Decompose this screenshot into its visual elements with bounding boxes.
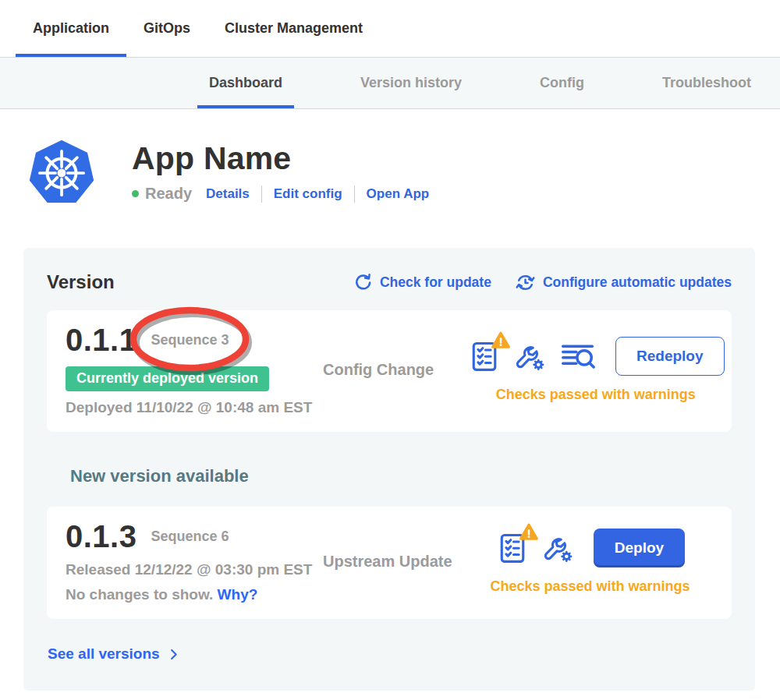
details-link[interactable]: Details <box>206 186 250 202</box>
see-all-versions-label: See all versions <box>48 645 160 663</box>
chevron-right-icon <box>166 647 181 662</box>
secondary-nav: Dashboard Version history Config Trouble… <box>0 58 780 109</box>
deployed-timestamp: Deployed 11/10/22 @ 10:48 am EST <box>66 399 323 416</box>
deploy-button[interactable]: Deploy <box>594 529 685 567</box>
new-version-number: 0.1.3 <box>66 519 136 554</box>
configure-automatic-updates-label: Configure automatic updates <box>543 274 732 291</box>
new-change-type: Upstream Update <box>323 553 467 571</box>
released-timestamp: Released 12/12/22 @ 03:30 pm EST <box>66 561 323 578</box>
kubernetes-logo-icon <box>27 139 96 207</box>
check-for-update-button[interactable]: Check for update <box>353 273 491 292</box>
edit-config-wrench-icon[interactable] <box>514 340 547 373</box>
status-dot-icon <box>132 190 139 197</box>
divider <box>354 186 355 203</box>
current-version-number: 0.1.1 <box>66 323 136 358</box>
status-badge: Ready <box>145 185 192 203</box>
warning-triangle-icon <box>491 331 511 351</box>
tab-version-history[interactable]: Version history <box>349 58 473 108</box>
open-app-link[interactable]: Open App <box>367 186 430 202</box>
current-checks-status[interactable]: Checks passed with warnings <box>496 387 696 403</box>
configure-automatic-updates-button[interactable]: Configure automatic updates <box>515 272 732 293</box>
page-title: App Name <box>132 140 429 177</box>
preflight-checks-icon[interactable] <box>467 339 502 373</box>
preflight-checks-icon[interactable] <box>495 531 530 565</box>
no-changes-text: No changes to show. <box>66 586 213 603</box>
version-section-title: Version <box>47 271 115 293</box>
current-change-type: Config Change <box>323 361 467 379</box>
see-all-versions-link[interactable]: See all versions <box>48 645 181 663</box>
version-panel: Version Check for update <box>23 248 755 691</box>
tab-troubleshoot[interactable]: Troubleshoot <box>651 58 763 108</box>
edit-config-wrench-icon[interactable] <box>542 532 575 564</box>
current-version-card: 0.1.1 Sequence 3 Currently deployed vers… <box>47 310 732 432</box>
tab-cluster-management[interactable]: Cluster Management <box>207 0 380 57</box>
currently-deployed-badge: Currently deployed version <box>66 366 269 391</box>
scheduled-update-icon <box>515 272 536 293</box>
tab-gitops[interactable]: GitOps <box>126 0 207 57</box>
refresh-icon <box>353 273 373 292</box>
new-checks-status[interactable]: Checks passed with warnings <box>490 578 690 595</box>
check-for-update-label: Check for update <box>380 274 491 291</box>
current-sequence-label: Sequence 3 <box>151 332 229 348</box>
warning-triangle-icon <box>519 522 539 543</box>
primary-nav: Application GitOps Cluster Management <box>0 0 780 58</box>
new-version-card: 0.1.3 Sequence 6 Released 12/12/22 @ 03:… <box>47 507 732 619</box>
new-version-heading: New version available <box>70 466 732 486</box>
app-header: App Name Ready Details Edit config Open … <box>27 139 780 207</box>
tab-config[interactable]: Config <box>528 58 596 108</box>
edit-config-link[interactable]: Edit config <box>274 186 342 202</box>
view-diff-icon[interactable] <box>559 339 597 373</box>
why-link[interactable]: Why? <box>218 586 258 603</box>
divider <box>261 186 262 203</box>
redeploy-button[interactable]: Redeploy <box>615 337 725 376</box>
tab-dashboard[interactable]: Dashboard <box>197 58 294 108</box>
no-changes-line: No changes to show. Why? <box>66 586 323 603</box>
new-sequence-label: Sequence 6 <box>151 529 229 545</box>
tab-application[interactable]: Application <box>16 0 126 57</box>
